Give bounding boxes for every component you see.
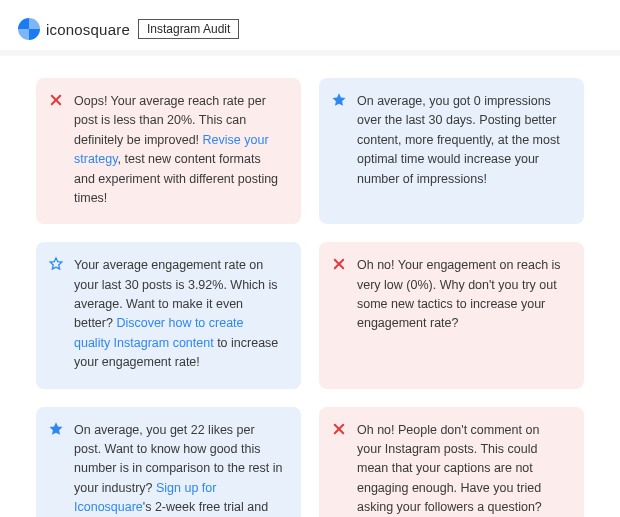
x-icon bbox=[331, 421, 347, 437]
card-text: Oh no! People don't comment on your Inst… bbox=[357, 423, 558, 518]
star-filled-icon bbox=[48, 421, 64, 437]
card-likes-per-post: On average, you get 22 likes per post. W… bbox=[36, 407, 301, 518]
x-icon bbox=[48, 92, 64, 108]
card-impressions: On average, you got 0 impressions over t… bbox=[319, 78, 584, 224]
header: iconosquare Instagram Audit bbox=[0, 0, 620, 50]
card-comments: Oh no! People don't comment on your Inst… bbox=[319, 407, 584, 518]
card-text: On average, you get 22 likes per post. W… bbox=[74, 423, 282, 518]
star-outline-icon bbox=[48, 256, 64, 272]
x-icon bbox=[331, 256, 347, 272]
audit-cards-grid: Oops! Your average reach rate per post i… bbox=[0, 56, 620, 517]
iconosquare-logo-icon bbox=[18, 18, 40, 40]
card-text: On average, you got 0 impressions over t… bbox=[357, 94, 560, 186]
card-engagement-on-reach: Oh no! Your engagement on reach is very … bbox=[319, 242, 584, 388]
card-text: Oops! Your average reach rate per post i… bbox=[74, 94, 278, 205]
card-reach-rate: Oops! Your average reach rate per post i… bbox=[36, 78, 301, 224]
card-text: Your average engagement rate on your las… bbox=[74, 258, 278, 369]
text-segment: Oh no! People don't comment on your Inst… bbox=[357, 423, 558, 518]
card-engagement-rate: Your average engagement rate on your las… bbox=[36, 242, 301, 388]
star-filled-icon bbox=[331, 92, 347, 108]
brand-name: iconosquare bbox=[46, 21, 130, 38]
card-text: Oh no! Your engagement on reach is very … bbox=[357, 258, 561, 330]
audit-tag: Instagram Audit bbox=[138, 19, 239, 39]
